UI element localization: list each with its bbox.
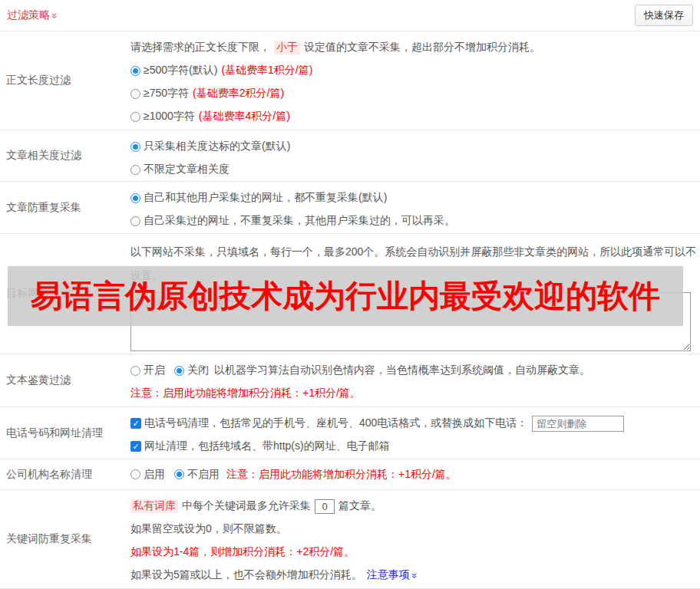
length-option-500[interactable]: ≥500字符(默认) (基础费率1积分/篇) xyxy=(130,59,697,82)
chevron-down-icon xyxy=(50,12,60,18)
company-option-on[interactable]: 启用 xyxy=(144,468,165,482)
phone-clean-label: 电话号码清理，包括常见的手机号、座机号、400电话格式，或替换成如下电话： xyxy=(144,416,527,430)
company-option-off[interactable]: 不启用 xyxy=(187,468,220,482)
option-fee-note: (基础费率2积分/篇) xyxy=(193,87,284,100)
option-label: 自己采集过的网址，不重复采集，其他用户采集过的，可以再采。 xyxy=(144,214,455,228)
radio-icon[interactable] xyxy=(130,366,140,376)
keyword-line2: 如果留空或设为0，则不限篇数。 xyxy=(130,522,287,536)
row-company-clean: 公司机构名称清理 启用 不启用 注意：启用此功能将增加积分消耗：+1积分/篇。 xyxy=(0,459,700,490)
row-length-filter: 正文长度过滤 请选择需求的正文长度下限， 小于 设定值的文章不采集，超出部分不增… xyxy=(0,31,700,130)
porn-filter-note: 注意：启用此功能将增加积分消耗：+1积分/篇。 xyxy=(130,387,361,400)
length-option-750[interactable]: ≥750字符 (基础费率2积分/篇) xyxy=(130,82,697,105)
row-phone-url-clean: 电话号码和网址清理 电话号码清理，包括常见的手机号、座机号、400电话格式，或替… xyxy=(0,407,700,459)
notice-link[interactable]: 注意事项 xyxy=(367,568,418,582)
row-porn-filter: 文本鉴黄过滤 开启 关闭 以机器学习算法自动识别色情内容，当色情概率达到系统阈值… xyxy=(0,354,700,407)
row-relevance-filter: 文章相关度过滤 只采集相关度达标的文章(默认) 不限定文章相关度 xyxy=(0,130,700,182)
intro-pre: 请选择需求的正文长度下限， xyxy=(130,41,270,54)
keyword-line4: 如果设为5篇或以上，也不会额外增加积分消耗。 xyxy=(130,568,362,582)
radio-selected-icon[interactable] xyxy=(174,366,184,376)
porn-option-off[interactable]: 关闭 xyxy=(187,364,209,377)
page-title[interactable]: 过滤策略 xyxy=(7,8,58,22)
option-fee-note: (基础费率1积分/篇) xyxy=(221,64,312,77)
private-thesaurus-tag: 私有词库 xyxy=(130,499,178,513)
option-fee-note: (基础费率4积分/篇) xyxy=(199,110,290,123)
relevance-option-default[interactable]: 只采集相关度达标的文章(默认) xyxy=(130,135,697,158)
porn-filter-desc: 以机器学习算法自动识别色情内容，当色情概率达到系统阈值，自动屏蔽文章。 xyxy=(214,364,590,377)
porn-option-on[interactable]: 开启 xyxy=(144,364,165,377)
watermark-text: 易语言伪原创技术成为行业内最受欢迎的软件 xyxy=(31,275,660,318)
dedup-option-self[interactable]: 自己采集过的网址，不重复采集，其他用户采集过的，可以再采。 xyxy=(130,209,697,232)
less-than-tag: 小于 xyxy=(274,41,300,54)
intro-post: 设定值的文章不采集，超出部分不增加积分消耗。 xyxy=(304,41,540,54)
checkbox-checked-icon[interactable] xyxy=(130,418,141,429)
radio-icon[interactable] xyxy=(130,165,140,175)
length-option-1000[interactable]: ≥1000字符 (基础费率4积分/篇) xyxy=(130,105,697,128)
phone-clean-option[interactable]: 电话号码清理，包括常见的手机号、座机号、400电话格式，或替换成如下电话： xyxy=(130,412,697,435)
checkbox-checked-icon[interactable] xyxy=(130,441,141,452)
radio-icon[interactable] xyxy=(130,89,140,99)
radio-icon[interactable] xyxy=(130,469,140,479)
notice-link-label: 注意事项 xyxy=(367,568,410,582)
radio-selected-icon[interactable] xyxy=(130,193,140,203)
option-label: ≥1000字符 xyxy=(144,110,195,123)
row-label-company-clean: 公司机构名称清理 xyxy=(0,459,130,489)
option-label: 不限定文章相关度 xyxy=(144,163,229,176)
page-title-label: 过滤策略 xyxy=(7,8,50,22)
top-bar: 过滤策略 快速保存 xyxy=(0,0,700,31)
row-label-length-filter: 正文长度过滤 xyxy=(0,31,130,130)
radio-icon[interactable] xyxy=(130,112,140,122)
company-clean-note: 注意：启用此功能将增加积分消耗：+1积分/篇。 xyxy=(226,468,457,482)
dedup-option-all[interactable]: 自己和其他用户采集过的网址，都不重复采集(默认) xyxy=(130,186,697,209)
keyword-line1-mid: 中每个关键词最多允许采集 xyxy=(182,499,311,513)
relevance-option-unlimited[interactable]: 不限定文章相关度 xyxy=(130,158,697,181)
row-label-keyword-dedup: 关键词防重复采集 xyxy=(0,490,130,588)
row-label-phone-url: 电话号码和网址清理 xyxy=(0,407,130,459)
keyword-line3-note: 如果设为1-4篇，则增加积分消耗：+2积分/篇。 xyxy=(130,545,355,559)
option-label: ≥750字符 xyxy=(144,87,189,100)
row-label-porn-filter: 文本鉴黄过滤 xyxy=(0,354,130,406)
radio-icon[interactable] xyxy=(130,216,140,226)
keyword-line1-end: 篇文章。 xyxy=(338,499,381,513)
row-label-dedup: 文章防重复采集 xyxy=(0,182,130,233)
radio-selected-icon[interactable] xyxy=(174,469,184,479)
row-keyword-dedup: 关键词防重复采集 私有词库 中每个关键词最多允许采集 篇文章。 如果留空或设为0… xyxy=(0,490,700,589)
radio-selected-icon[interactable] xyxy=(130,66,140,76)
quick-save-button[interactable]: 快速保存 xyxy=(635,5,693,26)
url-clean-label: 网址清理，包括纯域名、带http(s)的网址、电子邮箱 xyxy=(144,439,390,453)
option-label: ≥500字符(默认) xyxy=(144,64,217,77)
row-label-relevance: 文章相关度过滤 xyxy=(0,130,130,181)
replacement-phone-input[interactable] xyxy=(532,416,624,432)
url-clean-option[interactable]: 网址清理，包括纯域名、带http(s)的网址、电子邮箱 xyxy=(130,435,697,458)
radio-selected-icon[interactable] xyxy=(130,142,140,152)
option-label: 自己和其他用户采集过的网址，都不重复采集(默认) xyxy=(144,191,387,205)
watermark-banner: 易语言伪原创技术成为行业内最受欢迎的软件 xyxy=(8,266,683,326)
chevron-down-icon xyxy=(410,572,420,577)
row-dedup-collection: 文章防重复采集 自己和其他用户采集过的网址，都不重复采集(默认) 自己采集过的网… xyxy=(0,182,700,234)
length-filter-intro: 请选择需求的正文长度下限， 小于 设定值的文章不采集，超出部分不增加积分消耗。 xyxy=(130,36,697,59)
max-articles-input[interactable] xyxy=(315,499,335,514)
option-label: 只采集相关度达标的文章(默认) xyxy=(144,140,290,153)
